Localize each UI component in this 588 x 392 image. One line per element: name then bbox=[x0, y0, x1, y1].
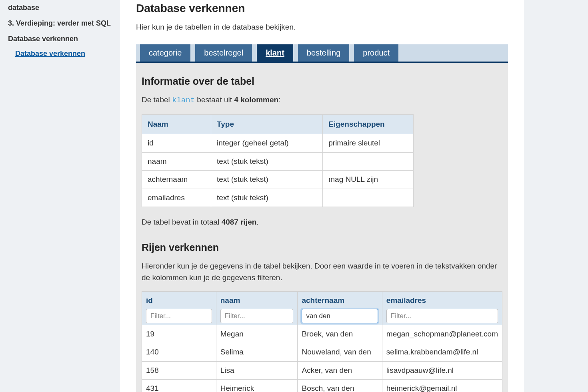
schema-cell-naam: emailadres bbox=[142, 189, 211, 207]
tabs-bar: categorie bestelregel klant bestelling p… bbox=[136, 44, 508, 63]
rowcount-text: De tabel bevat in totaal 4087 rijen. bbox=[142, 217, 502, 228]
tab-klant[interactable]: klant bbox=[257, 44, 293, 62]
info-table-name: klant bbox=[172, 96, 195, 105]
rowcount-prefix: De tabel bevat in totaal bbox=[142, 218, 222, 226]
schema-header-eigenschappen: Eigenschappen bbox=[323, 114, 414, 134]
info-column-count: 4 kolommen bbox=[234, 96, 278, 104]
filter-input-id[interactable] bbox=[146, 309, 212, 323]
schema-row: achternaam text (stuk tekst) mag NULL zi… bbox=[142, 171, 414, 189]
sidebar-link-database-verkennen[interactable]: Database verkennen bbox=[15, 47, 85, 61]
schema-cell-eig bbox=[323, 152, 414, 171]
explore-heading: Rijen verkennen bbox=[142, 240, 502, 255]
schema-cell-naam: naam bbox=[142, 152, 211, 171]
data-header-naam: naam bbox=[216, 292, 298, 325]
schema-cell-naam: id bbox=[142, 134, 211, 153]
tab-bestelling[interactable]: bestelling bbox=[298, 44, 350, 62]
data-row: 19 Megan Broek, van den megan_schopman@p… bbox=[142, 325, 502, 343]
sidebar-item-verdieping[interactable]: 3. Verdieping: verder met SQL bbox=[8, 16, 112, 31]
schema-cell-eig bbox=[323, 189, 414, 207]
tab-bestelregel[interactable]: bestelregel bbox=[195, 44, 252, 62]
data-cell-id: 431 bbox=[142, 380, 216, 392]
schema-table: Naam Type Eigenschappen id integer (gehe… bbox=[142, 114, 414, 207]
data-cell-id: 140 bbox=[142, 343, 216, 362]
data-cell-achternaam: Nouweland, van den bbox=[298, 343, 382, 362]
data-header-id: id bbox=[142, 292, 216, 325]
page-intro: Hier kun je de tabellen in de database b… bbox=[136, 22, 508, 33]
schema-cell-eig: primaire sleutel bbox=[323, 134, 414, 153]
schema-cell-type: text (stuk tekst) bbox=[211, 152, 323, 171]
filter-input-naam[interactable] bbox=[220, 309, 294, 323]
data-header-label: achternaam bbox=[302, 296, 344, 304]
data-cell-emailadres: selima.krabbendam@life.nl bbox=[382, 343, 502, 362]
filter-input-emailadres[interactable] bbox=[386, 309, 498, 323]
data-cell-emailadres: lisavdpaauw@life.nl bbox=[382, 361, 502, 380]
data-cell-naam: Megan bbox=[216, 325, 298, 343]
info-text-suffix: : bbox=[278, 96, 280, 104]
main-content: Database verkennen Hier kun je de tabell… bbox=[120, 0, 524, 392]
data-cell-naam: Lisa bbox=[216, 361, 298, 380]
explore-intro: Hieronder kun je de gegevens in de tabel… bbox=[142, 261, 502, 283]
data-cell-emailadres: heimerick@gemail.nl bbox=[382, 380, 502, 392]
sidebar-item-database[interactable]: database bbox=[8, 0, 112, 16]
info-text-prefix: De tabel bbox=[142, 96, 172, 104]
right-gutter bbox=[524, 0, 588, 392]
data-cell-id: 158 bbox=[142, 361, 216, 380]
schema-cell-type: integer (geheel getal) bbox=[211, 134, 323, 153]
data-row: 140 Selima Nouweland, van den selima.kra… bbox=[142, 343, 502, 362]
data-cell-id: 19 bbox=[142, 325, 216, 343]
schema-cell-type: text (stuk tekst) bbox=[211, 189, 323, 207]
sidebar: database 3. Verdieping: verder met SQL D… bbox=[0, 0, 120, 392]
data-table: id naam bbox=[142, 291, 502, 392]
data-header-emailadres: emailadres bbox=[382, 292, 502, 325]
data-header-label: naam bbox=[220, 296, 240, 304]
schema-row: emailadres text (stuk tekst) bbox=[142, 189, 414, 207]
info-text: De tabel klant bestaat uit 4 kolommen: bbox=[142, 94, 502, 106]
filter-input-achternaam[interactable] bbox=[302, 309, 378, 323]
info-text-mid: bestaat uit bbox=[195, 96, 234, 104]
data-header-label: emailadres bbox=[386, 296, 426, 304]
tab-categorie[interactable]: categorie bbox=[140, 44, 190, 62]
schema-row: id integer (geheel getal) primaire sleut… bbox=[142, 134, 414, 153]
data-cell-achternaam: Acker, van den bbox=[298, 361, 382, 380]
schema-header-type: Type bbox=[211, 114, 323, 134]
data-header-achternaam: achternaam bbox=[298, 292, 382, 325]
data-cell-achternaam: Bosch, van den bbox=[298, 380, 382, 392]
data-row: 431 Heimerick Bosch, van den heimerick@g… bbox=[142, 380, 502, 392]
schema-cell-eig: mag NULL zijn bbox=[323, 171, 414, 189]
data-cell-naam: Heimerick bbox=[216, 380, 298, 392]
schema-cell-naam: achternaam bbox=[142, 171, 211, 189]
schema-cell-type: text (stuk tekst) bbox=[211, 171, 323, 189]
rowcount-suffix: . bbox=[256, 218, 258, 226]
data-cell-emailadres: megan_schopman@planeet.com bbox=[382, 325, 502, 343]
rowcount-value: 4087 rijen bbox=[222, 218, 257, 226]
schema-header-naam: Naam bbox=[142, 114, 211, 134]
info-heading: Informatie over de tabel bbox=[142, 74, 502, 89]
tab-product[interactable]: product bbox=[354, 44, 398, 62]
sidebar-item-verkennen[interactable]: Database verkennen bbox=[8, 31, 112, 47]
data-header-label: id bbox=[146, 296, 153, 304]
schema-row: naam text (stuk tekst) bbox=[142, 152, 414, 171]
data-row: 158 Lisa Acker, van den lisavdpaauw@life… bbox=[142, 361, 502, 380]
data-cell-naam: Selima bbox=[216, 343, 298, 362]
database-panel: categorie bestelregel klant bestelling p… bbox=[136, 44, 508, 392]
page-title: Database verkennen bbox=[136, 0, 508, 17]
data-cell-achternaam: Broek, van den bbox=[298, 325, 382, 343]
